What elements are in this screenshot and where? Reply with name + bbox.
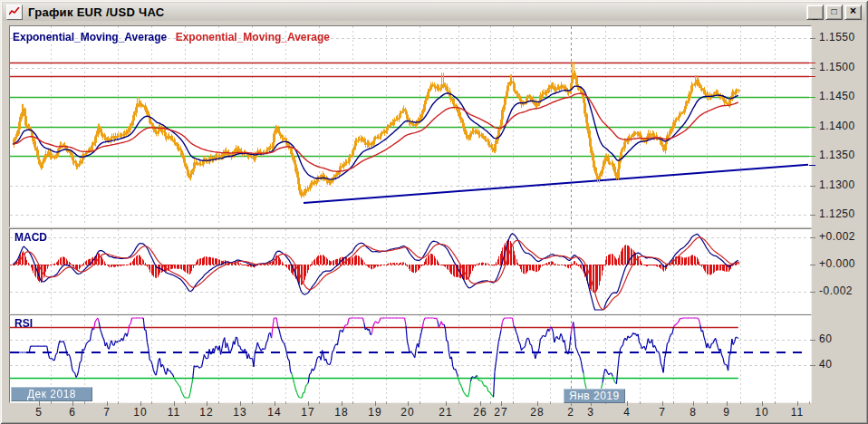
x-axis-label: 7 [659, 406, 666, 419]
x-axis-minor-tick [420, 401, 420, 404]
level-tick [809, 165, 815, 166]
x-axis-label: 4 [623, 406, 631, 419]
y-axis-tick [810, 186, 815, 187]
x-axis-tick [480, 401, 481, 406]
y-axis-label: 1.1400 [819, 120, 855, 132]
y-axis-tick [810, 292, 815, 293]
x-axis-tick [662, 401, 663, 406]
y-axis-label: 1.1450 [819, 90, 855, 102]
rsi-chart-canvas[interactable] [10, 315, 809, 400]
x-axis-label: 27 [494, 406, 507, 419]
level-tick [809, 63, 815, 63]
x-axis-label: 26 [473, 406, 487, 419]
x-axis-tick [72, 401, 73, 406]
x-axis-minor-tick [151, 401, 152, 404]
x-axis-tick [727, 401, 728, 406]
x-axis-label: 12 [199, 406, 213, 419]
legend-ema-slow: Exponential_Moving_Average [176, 31, 330, 43]
x-axis-tick [446, 401, 447, 406]
macd-chart-canvas[interactable] [10, 229, 809, 312]
x-axis-minor-tick [458, 401, 459, 404]
x-axis-tick [797, 401, 798, 406]
y-axis-tick [810, 265, 815, 265]
x-axis-tick [762, 401, 763, 406]
title-bar[interactable]: График EUR /USD ЧАС _ □ × [3, 3, 865, 21]
x-axis-label: 28 [530, 406, 544, 419]
rsi-label: RSI [14, 317, 33, 330]
x-axis-minor-tick [285, 401, 286, 404]
x-axis-minor-tick [775, 401, 776, 404]
x-axis-tick [240, 401, 241, 406]
x-axis-tick [107, 401, 108, 406]
close-button[interactable]: × [844, 5, 862, 20]
x-axis-tick [408, 401, 409, 406]
x-axis-minor-tick [51, 401, 52, 404]
y-axis-tick [810, 237, 815, 238]
x-axis-tick [693, 401, 694, 406]
x-axis-minor-tick [218, 401, 219, 404]
x-axis-minor-tick [252, 401, 253, 404]
price-chart-canvas[interactable] [10, 26, 809, 225]
x-axis-tick [39, 401, 40, 406]
maximize-button[interactable]: □ [825, 5, 843, 20]
x-axis-label: 2 [567, 406, 574, 419]
y-axis-tick [810, 365, 815, 366]
x-axis-label: 11 [791, 406, 804, 419]
x-axis-minor-tick [319, 401, 320, 404]
macd-panel [9, 228, 812, 314]
x-axis-minor-tick [84, 401, 85, 404]
y-axis-tick [810, 38, 815, 39]
y-axis-label: 60 [819, 332, 832, 345]
y-axis-label: +0.002 [819, 230, 855, 243]
y-axis-label: 1.1500 [819, 61, 855, 73]
app-chart-icon [6, 5, 23, 20]
y-axis-label: 1.1250 [819, 207, 855, 220]
x-axis-tick [537, 401, 538, 406]
x-axis-tick [627, 401, 628, 406]
x-axis-tick [275, 401, 275, 406]
x-axis-minor-tick [707, 401, 708, 404]
x-axis-label: 10 [755, 406, 768, 419]
x-axis-tick [501, 401, 502, 406]
legend-ema-fast: Exponential_Moving_Average [13, 31, 167, 43]
macd-label: MACD [14, 231, 47, 244]
x-axis-label: 20 [400, 406, 414, 419]
minimize-button[interactable]: _ [806, 5, 824, 20]
y-axis-label: 40 [819, 358, 832, 371]
y-axis-label: 1.1350 [819, 149, 855, 161]
x-axis-tick [375, 401, 376, 406]
x-axis-label: 13 [233, 406, 246, 419]
x-axis-minor-tick [185, 401, 186, 404]
month-badge-jan: Янв 2019 [564, 389, 625, 403]
level-tick [809, 127, 815, 128]
x-axis-label: 21 [439, 406, 452, 419]
window-title: График EUR /USD ЧАС [28, 5, 165, 19]
y-axis-tick [810, 68, 815, 69]
x-axis-minor-tick [740, 401, 741, 404]
x-axis-label: 14 [267, 406, 281, 419]
price-panel [9, 25, 812, 227]
rsi-panel [9, 314, 812, 403]
x-axis-minor-tick [490, 401, 491, 404]
x-axis-label: 19 [368, 406, 381, 419]
x-axis-tick [342, 401, 342, 406]
level-tick [809, 156, 815, 157]
x-axis-minor-tick [352, 401, 353, 404]
x-axis-label: 7 [103, 406, 111, 419]
y-axis-label: 1.1550 [819, 31, 855, 43]
x-axis-minor-tick [513, 401, 514, 404]
x-axis-label: 9 [723, 406, 730, 419]
x-axis-label: 17 [301, 406, 314, 419]
x-axis-label: 5 [35, 406, 43, 419]
y-axis-tick [810, 215, 815, 216]
x-axis-tick [308, 401, 309, 406]
level-tick [809, 76, 815, 77]
y-axis-tick [810, 340, 815, 341]
level-tick [809, 97, 815, 98]
month-badge-dec: Дек 2018 [11, 387, 92, 401]
x-axis-tick [140, 401, 141, 406]
x-axis-minor-tick [550, 401, 551, 404]
x-axis-minor-tick [809, 401, 810, 404]
x-axis-tick [207, 401, 207, 406]
x-axis-label: 18 [334, 406, 348, 419]
